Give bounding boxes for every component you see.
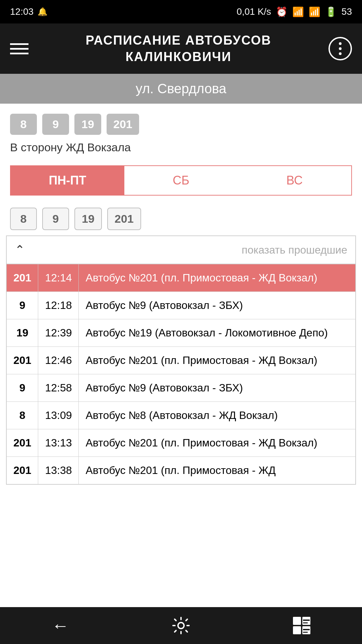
table-row: 201 13:13 Автобус №201 (пл. Примостовая … xyxy=(6,429,356,457)
departure-time: 12:14 xyxy=(38,264,79,292)
route-tag-9[interactable]: 9 xyxy=(42,114,69,135)
table-row: 19 12:39 Автобус №19 (Автовокзал - Локом… xyxy=(6,319,356,347)
route-description: Автобус №9 (Автовокзал - ЗБХ) xyxy=(79,374,356,402)
route-description: Автобус №201 (пл. Примостовая - ЖД Вокза… xyxy=(79,429,356,457)
table-row: 201 12:46 Автобус №201 (пл. Примостовая … xyxy=(6,347,356,374)
day-tab-[interactable]: ВС xyxy=(238,166,351,195)
network-speed: 0,01 K/s xyxy=(237,6,271,17)
table-row: 201 13:38 Автобус №201 (пл. Примостовая … xyxy=(6,457,356,485)
app-title: РАСПИСАНИЕ АВТОБУСОВ КАЛИНКОВИЧИ xyxy=(86,32,272,65)
route-description: Автобус №201 (пл. Примостовая - ЖД xyxy=(79,457,356,485)
filter-tag-8[interactable]: 8 xyxy=(10,208,37,230)
filter-tag-201[interactable]: 201 xyxy=(107,208,141,230)
departure-time: 12:18 xyxy=(38,292,79,319)
direction-label: В сторону ЖД Вокзала xyxy=(10,141,352,157)
table-row: 9 12:18 Автобус №9 (Автовокзал - ЗБХ) xyxy=(6,292,356,319)
table-row: 9 12:58 Автобус №9 (Автовокзал - ЗБХ) xyxy=(6,374,356,402)
route-number: 201 xyxy=(6,429,38,457)
signal-icon: 📶 xyxy=(309,6,320,17)
departure-time: 13:38 xyxy=(38,457,79,485)
table-row: 201 12:14 Автобус №201 (пл. Примостовая … xyxy=(6,264,356,292)
collapse-icon[interactable]: ⌃ xyxy=(15,243,25,257)
show-past-label[interactable]: показать прошедшие xyxy=(32,244,347,256)
route-tag-19[interactable]: 19 xyxy=(74,114,101,135)
day-tab-[interactable]: СБ xyxy=(124,166,238,195)
route-description: Автобус №8 (Автовокзал - ЖД Вокзал) xyxy=(79,402,356,429)
hamburger-menu[interactable] xyxy=(10,43,28,54)
route-number: 19 xyxy=(6,319,38,347)
notification-icon: 🔔 xyxy=(38,7,48,16)
show-past-row[interactable]: ⌃ показать прошедшие xyxy=(6,235,356,264)
wifi-icon: 📶 xyxy=(292,6,304,17)
table-row: 8 13:09 Автобус №8 (Автовокзал - ЖД Вокз… xyxy=(6,402,356,429)
top-route-tags: 8919201 xyxy=(10,114,352,135)
settings-button[interactable] xyxy=(168,612,194,639)
battery-level: 53 xyxy=(342,6,352,17)
battery-icon: 🔋 xyxy=(325,6,337,17)
route-number: 9 xyxy=(6,374,38,402)
schedule-table: 201 12:14 Автобус №201 (пл. Примостовая … xyxy=(6,264,356,485)
route-description: Автобус №19 (Автовокзал - Локомотивное Д… xyxy=(79,319,356,347)
route-number: 9 xyxy=(6,292,38,319)
status-time: 12:03 xyxy=(10,6,34,17)
route-description: Автобус №9 (Автовокзал - ЗБХ) xyxy=(79,292,356,319)
top-route-tags-section: 8919201 В сторону ЖД Вокзала ПН-ПТСБВС xyxy=(0,104,362,199)
list-view-button[interactable] xyxy=(288,612,315,639)
departure-time: 13:13 xyxy=(38,429,79,457)
day-tab-[interactable]: ПН-ПТ xyxy=(11,166,124,195)
back-button[interactable]: ← xyxy=(47,612,74,639)
departure-time: 12:39 xyxy=(38,319,79,347)
stop-name: ул. Свердлова xyxy=(0,74,362,104)
route-description: Автобус №201 (пл. Примостовая - ЖД Вокза… xyxy=(79,347,356,374)
app-header: РАСПИСАНИЕ АВТОБУСОВ КАЛИНКОВИЧИ xyxy=(0,23,362,74)
svg-point-0 xyxy=(178,623,184,629)
route-tag-201[interactable]: 201 xyxy=(107,114,139,135)
departure-time: 13:09 xyxy=(38,402,79,429)
departure-time: 12:58 xyxy=(38,374,79,402)
filter-tags-section: 8919201 xyxy=(0,199,362,235)
route-number: 201 xyxy=(6,347,38,374)
svg-rect-3 xyxy=(293,626,301,634)
alarm-icon: ⏰ xyxy=(276,6,288,17)
filter-tag-19[interactable]: 19 xyxy=(74,208,102,230)
status-bar: 12:03 🔔 0,01 K/s ⏰ 📶 📶 🔋 53 xyxy=(0,0,362,23)
departure-time: 12:46 xyxy=(38,347,79,374)
route-number: 8 xyxy=(6,402,38,429)
filter-tags: 8919201 xyxy=(10,208,352,230)
route-number: 201 xyxy=(6,264,38,292)
svg-rect-1 xyxy=(293,617,301,625)
bottom-nav: ← xyxy=(0,607,362,644)
route-description: Автобус №201 (пл. Примостовая - ЖД Вокза… xyxy=(79,264,356,292)
schedule-section: ⌃ показать прошедшие 201 12:14 Автобус №… xyxy=(0,235,362,485)
route-tag-8[interactable]: 8 xyxy=(10,114,37,135)
filter-tag-9[interactable]: 9 xyxy=(42,208,69,230)
overflow-menu-button[interactable] xyxy=(328,37,352,60)
route-number: 201 xyxy=(6,457,38,485)
day-tabs: ПН-ПТСБВС xyxy=(10,165,352,196)
